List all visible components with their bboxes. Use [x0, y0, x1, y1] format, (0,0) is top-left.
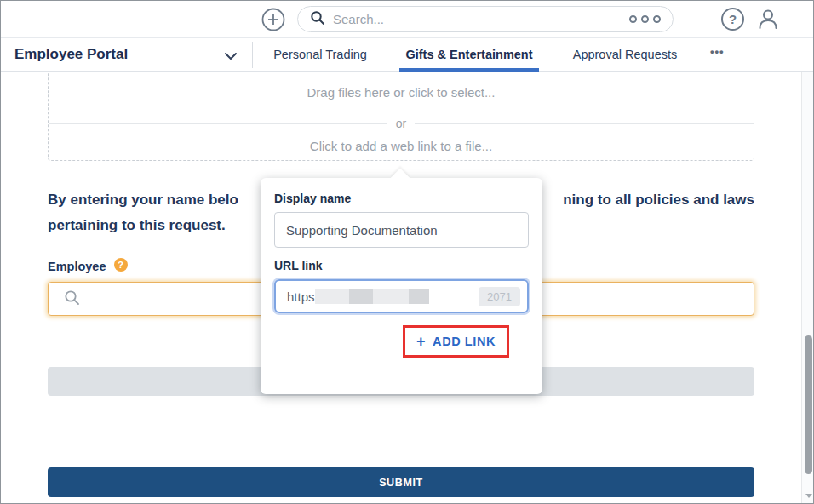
- add-link-label: ADD LINK: [433, 335, 496, 348]
- scrollbar-thumb[interactable]: [805, 335, 812, 474]
- portal-header: Employee Portal Personal Trading Gifts &…: [1, 38, 813, 72]
- more-options-icon[interactable]: [629, 15, 661, 23]
- more-tabs-icon[interactable]: •••: [710, 45, 725, 58]
- addlink-row: + ADD LINK: [274, 325, 509, 358]
- or-text: or: [387, 117, 415, 130]
- scrollbar-down-arrow-icon[interactable]: [805, 494, 812, 498]
- redacted-url-blocks: [315, 289, 429, 304]
- tab-approval-requests[interactable]: Approval Requests: [573, 38, 678, 71]
- header-divider: [252, 42, 253, 68]
- employee-help-icon[interactable]: ?: [114, 258, 128, 272]
- url-link-label: URL link: [274, 259, 529, 272]
- active-tab-indicator: [399, 68, 539, 72]
- search-input[interactable]: [333, 12, 629, 26]
- display-name-label: Display name: [274, 192, 529, 205]
- dropzone-or-divider: or: [49, 117, 754, 130]
- popup-caret: [391, 169, 410, 188]
- submit-button[interactable]: SUBMIT: [48, 467, 754, 497]
- app-window: ? Employee Portal Personal Trading Gifts…: [0, 0, 814, 504]
- plus-icon: +: [416, 335, 426, 347]
- add-link-button[interactable]: + ADD LINK: [416, 335, 496, 348]
- char-count-badge: 2071: [479, 287, 520, 306]
- employee-field-header: Employee ?: [48, 260, 128, 273]
- search-icon: [310, 10, 325, 29]
- tab-gifts-entertainment[interactable]: Gifts & Entertainment: [405, 38, 532, 71]
- employee-label: Employee: [48, 260, 106, 273]
- add-weblink-text[interactable]: Click to add a web link to a file...: [49, 139, 754, 153]
- attestation-line1-right: ning to all policies and laws: [563, 187, 754, 213]
- vertical-scrollbar[interactable]: [801, 72, 814, 504]
- annotation-highlight-box: + ADD LINK: [403, 325, 509, 358]
- display-name-input[interactable]: [274, 212, 529, 248]
- global-search[interactable]: [297, 6, 674, 32]
- dropzone-drag-text: Drag files here or click to select...: [49, 85, 754, 100]
- add-icon[interactable]: [261, 8, 285, 32]
- top-bar: ?: [1, 1, 813, 38]
- help-icon[interactable]: ?: [721, 8, 744, 31]
- file-upload-dropzone[interactable]: Drag files here or click to select... or…: [48, 72, 754, 161]
- portal-switcher[interactable]: Employee Portal: [14, 38, 128, 71]
- add-link-popup: Display name URL link https 2071 + ADD L…: [261, 178, 542, 394]
- attestation-line1-left: By entering your name belo: [48, 187, 238, 213]
- url-link-input[interactable]: https 2071: [274, 279, 529, 313]
- tab-personal-trading[interactable]: Personal Trading: [273, 38, 367, 71]
- url-value-text: https: [287, 289, 315, 304]
- user-profile-icon[interactable]: [755, 6, 781, 32]
- search-icon: [64, 289, 80, 309]
- chevron-down-icon[interactable]: [224, 49, 238, 65]
